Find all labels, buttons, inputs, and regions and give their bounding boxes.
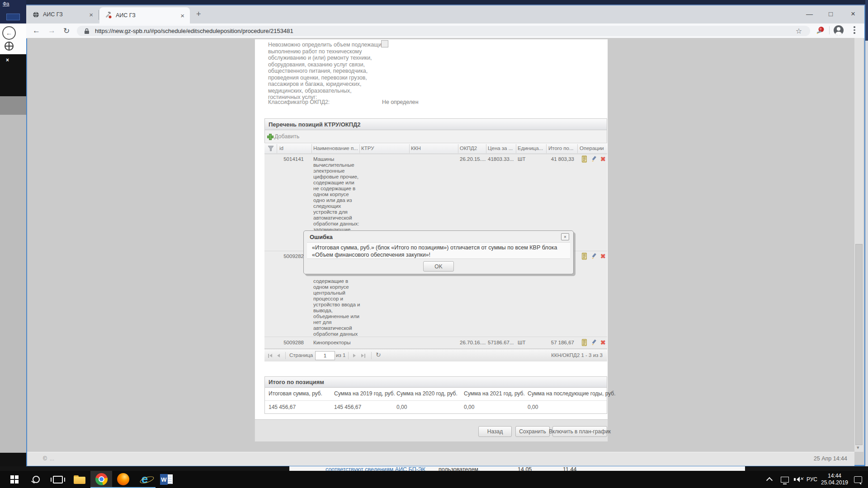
cell-unit: ШТ — [518, 156, 526, 162]
extension-seal-icon[interactable] — [816, 26, 825, 35]
totals-value-2019: 145 456,67 — [334, 404, 361, 410]
totals-col-2020: Сумма на 2020 год, руб. — [396, 390, 458, 397]
pager-of-label: из 1 — [336, 352, 345, 358]
tray-time: 14:44 — [828, 473, 841, 479]
behind-app-icon — [6, 14, 20, 20]
chrome-taskbar-button[interactable] — [90, 471, 112, 488]
delete-x-icon[interactable]: ✖ — [600, 339, 606, 346]
tray-chevron-button[interactable] — [761, 471, 778, 488]
save-button[interactable]: Сохранить — [515, 426, 550, 437]
taskbar-search-button[interactable] — [25, 471, 47, 488]
dialog-title: Ошибка — [310, 234, 333, 240]
back-icon[interactable]: ← — [33, 26, 40, 35]
reload-icon[interactable]: ↻ — [63, 26, 70, 36]
notification-bubble-icon — [854, 476, 862, 483]
behind-window-corner: Фа — [0, 0, 26, 23]
chevron-up-icon — [766, 477, 773, 483]
taskbar: e W ✕ РУС 14:44 25.04.2019 — [0, 471, 868, 488]
history-scroll-icon[interactable] — [581, 155, 588, 163]
tab-ais-gz-1[interactable]: АИС ГЗ × — [33, 5, 98, 23]
window-close-icon[interactable]: × — [851, 9, 855, 19]
word-icon: W — [160, 474, 173, 485]
edit-pencil-icon[interactable] — [591, 156, 597, 162]
bookmark-star-icon[interactable]: ☆ — [796, 27, 802, 35]
history-scroll-icon[interactable] — [581, 253, 588, 260]
filter-icon[interactable] — [268, 145, 274, 152]
new-tab-icon[interactable]: + — [196, 9, 201, 19]
start-button[interactable] — [4, 471, 25, 488]
action-center-button[interactable] — [849, 471, 867, 488]
col-id[interactable]: id — [279, 145, 283, 151]
pager-page-input[interactable] — [315, 351, 335, 360]
table-row[interactable]: 5009288 Кинопроекторы 26.70.16.... 57186… — [264, 337, 607, 349]
pager-next-button[interactable] — [353, 354, 356, 357]
col-ktru[interactable]: КТРУ — [361, 145, 374, 151]
col-kkn[interactable]: ККН — [411, 145, 421, 151]
firefox-taskbar-button[interactable] — [112, 471, 134, 488]
behind-back-button[interactable]: ← — [2, 26, 16, 40]
dialog-close-icon[interactable]: × — [561, 233, 569, 240]
col-price[interactable]: Цена за ... — [488, 145, 513, 151]
edit-pencil-icon[interactable] — [591, 339, 597, 346]
scrollbar-thumb[interactable] — [855, 244, 863, 445]
pager-refresh-icon[interactable]: ↻ — [376, 351, 381, 358]
page-status-bar: © ... 25 Апр 14:44 — [27, 452, 854, 466]
file-explorer-button[interactable] — [69, 471, 90, 488]
edit-pencil-icon[interactable] — [591, 253, 597, 259]
tab-separator — [99, 10, 99, 20]
browser-menu-icon[interactable] — [854, 26, 855, 34]
add-button[interactable]: Добавить — [267, 133, 299, 140]
globe-icon[interactable] — [5, 42, 14, 51]
classifier-value: Не определен — [382, 99, 418, 106]
maximize-icon[interactable]: □ — [829, 10, 833, 18]
dialog-message: «Итоговая сумма, руб.» (блок «Итого по п… — [312, 244, 557, 258]
tray-clock-button[interactable]: 14:44 25.04.2019 — [817, 471, 852, 488]
behind-light-strip — [0, 115, 26, 453]
firefox-icon — [117, 473, 129, 485]
add-button-label: Добавить — [274, 133, 299, 140]
delete-x-icon[interactable]: ✖ — [600, 156, 606, 162]
tab-close-icon[interactable]: × — [89, 11, 93, 18]
include-in-plan-button[interactable]: Включить в план-график — [552, 426, 607, 437]
status-dots: ... — [50, 455, 54, 462]
impossibility-checkbox[interactable] — [381, 40, 388, 47]
address-bar[interactable]: https://new.gz-spb.ru/#po/schedule/edits… — [77, 26, 810, 36]
speaker-muted-icon: ✕ — [794, 476, 803, 483]
gavel-favicon-icon — [105, 12, 112, 19]
col-total[interactable]: Итого по... — [548, 145, 574, 151]
pager-last-button[interactable] — [361, 354, 365, 358]
grid-header: id Наименование п... КТРУ ККН ОКПД2 Цена… — [264, 143, 607, 154]
col-operations[interactable]: Операции — [580, 145, 604, 151]
minimize-icon[interactable]: — — [806, 10, 813, 18]
totals-value-future: 0,00 — [528, 404, 538, 410]
profile-avatar[interactable] — [834, 25, 844, 35]
tab-ais-gz-2-active[interactable]: АИС ГЗ × — [99, 7, 190, 23]
task-view-button[interactable] — [47, 471, 69, 488]
delete-x-icon[interactable]: ✖ — [600, 253, 606, 259]
pager-first-button[interactable] — [268, 354, 272, 358]
history-scroll-icon[interactable] — [581, 339, 588, 346]
totals-value-2021: 0,00 — [464, 404, 474, 410]
toolbar-divider — [829, 26, 830, 34]
pager-status: ККН/ОКПД2 1 - 3 из 3 — [551, 352, 603, 358]
col-unit[interactable]: Единица... — [518, 145, 543, 151]
tab-close-icon[interactable]: × — [180, 12, 184, 19]
col-okpd2[interactable]: ОКПД2 — [460, 145, 477, 151]
col-name[interactable]: Наименование п... — [313, 145, 358, 151]
cell-unit: ШТ — [518, 340, 526, 346]
scrollbar-down-icon[interactable]: ▾ — [857, 445, 859, 450]
word-taskbar-button[interactable]: W — [156, 471, 177, 488]
behind-menu-file[interactable]: Фа — [3, 1, 9, 6]
forward-icon[interactable]: → — [48, 26, 56, 35]
behind-text: пользователем. — [439, 466, 480, 471]
cell-price: 41803.33... — [488, 156, 514, 162]
back-button[interactable]: Назад — [478, 426, 512, 437]
lock-icon — [84, 28, 90, 34]
url-text[interactable]: https://new.gz-spb.ru/#po/schedule/edits… — [95, 28, 293, 34]
ie-taskbar-button[interactable]: e — [134, 471, 156, 488]
dialog-ok-button[interactable]: OK — [423, 261, 454, 272]
behind-link[interactable]: соответствуют сведениям АИС БП-ЭК — [326, 466, 425, 471]
cell-id: 5009282 — [277, 253, 304, 259]
pager-prev-button[interactable] — [277, 354, 280, 357]
close-icon[interactable]: × — [6, 57, 9, 63]
